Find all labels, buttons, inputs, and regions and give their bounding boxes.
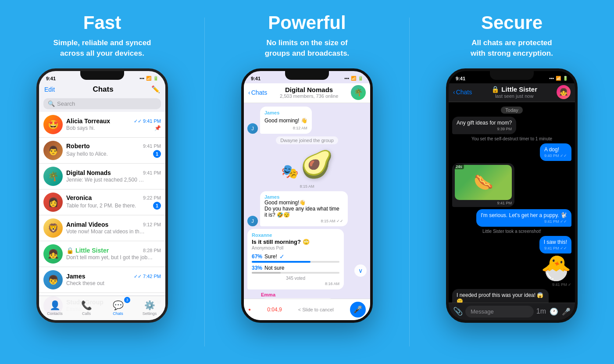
avatar-alicia: 🤩: [43, 115, 63, 134]
msg-time-james-1: 8:12 AM: [264, 125, 307, 131]
signal-icon: ▪▪▪: [139, 76, 144, 81]
poll-option-row-1: 67% Sure! ✓: [252, 253, 339, 260]
chat-item-veronica[interactable]: 👩 Veronica 9:22 PM Table for four, 2 PM.…: [39, 189, 165, 215]
back-button-3[interactable]: ‹ Chats: [453, 89, 472, 96]
attachment-icon[interactable]: 📎: [453, 307, 463, 316]
search-bar[interactable]: 🔍 Search: [43, 98, 161, 109]
chat-preview-veronica: Table for four, 2 PM. Be there.: [66, 203, 136, 209]
tab-settings[interactable]: ⚙️ Settings: [134, 296, 165, 320]
back-chevron-3: ‹: [453, 89, 455, 96]
message-placeholder: Message: [471, 308, 494, 315]
wifi-icon-2: 📶: [351, 76, 356, 81]
phone-fast: 9:41 ▪▪▪ 📶 🔋 Edit Chats ✏️ 🔍 Search 🤩: [36, 68, 168, 323]
chat-time-digital: 9:41 PM: [143, 170, 161, 175]
chat-item-little-sister[interactable]: 👧 🔒 Little Sister 8:28 PM Don't tell mom…: [39, 241, 165, 267]
dark-input-area: 📎 Message 1m 🕐 🎤: [449, 303, 575, 320]
dark-system-2: Little Sister took a screenshot!: [482, 229, 541, 234]
compose-icon[interactable]: ✏️: [151, 85, 160, 93]
settings-icon: ⚙️: [144, 300, 155, 310]
chat-preview-roberto: Say hello to Alice.: [66, 151, 108, 157]
msg-row-james-2: J James Good morning!👋Do you have any id…: [247, 191, 367, 226]
dark-msg-1: Any gift ideas for mom? 9:39 PM: [452, 117, 516, 134]
chat-name-row-james: James ✓✓ 7:42 PM: [66, 273, 161, 280]
chat-info-james: James ✓✓ 7:42 PM Check these out: [66, 273, 161, 286]
chat-item-roberto[interactable]: 👨 Roberto 9:41 PM Say hello to Alice. 1: [39, 138, 165, 164]
signal-icon-2: ▪▪▪: [344, 76, 349, 81]
status-icons-3: ▪▪▪ 📶 🔋: [549, 76, 568, 81]
battery-icon-3: 🔋: [563, 76, 568, 81]
dark-input-icons: 1m 🕐 🎤: [536, 307, 571, 316]
battery-icon-2: 🔋: [358, 76, 363, 81]
avatar-little-sister: 👧: [43, 244, 63, 264]
mic-button[interactable]: 🎤: [350, 302, 366, 318]
fast-subtitle: Simple, reliable and syncedacross all yo…: [54, 38, 151, 59]
dark-messages: Today Any gift ideas for mom? 9:39 PM Yo…: [449, 102, 575, 303]
back-label-3: Chats: [456, 89, 472, 96]
recording-dot: ●: [248, 307, 251, 312]
group-members: 2,503 members, 736 online: [270, 93, 348, 99]
avatar-james: 👦: [43, 270, 63, 289]
timer-icon[interactable]: 1m: [536, 307, 546, 315]
chat-info-little-sister: 🔒 Little Sister 8:28 PM Don't tell mom y…: [66, 247, 161, 261]
phone-powerful: 9:41 ▪▪▪ 📶 🔋 ‹ Chats Digital Nomads 2,50…: [241, 68, 373, 323]
chat-name-row-roberto: Roberto 9:41 PM: [66, 143, 161, 150]
sticker-time: 8:15 AM: [247, 184, 367, 189]
tab-settings-label: Settings: [143, 311, 157, 316]
powerful-title: Powerful: [268, 12, 346, 33]
chat-item-alicia[interactable]: 🤩 Alicia Torreaux ✓✓ 9:41 PM Bob says hi…: [39, 112, 165, 138]
mic-icon[interactable]: 🎤: [562, 307, 571, 316]
poll-pct-2: 33%: [252, 265, 262, 271]
chats-badge: 3: [124, 297, 130, 303]
chat-name-row-animal: Animal Videos 9:12 PM: [66, 221, 161, 228]
edit-button[interactable]: Edit: [44, 86, 55, 93]
chat-item-digital-nomads[interactable]: 🌴 Digital Nomads 9:41 PM Jennie: We just…: [39, 164, 165, 189]
chat-item-animal-videos[interactable]: 🦁 Animal Videos 9:12 PM Vote now! Moar c…: [39, 215, 165, 241]
dark-avatar: 👧: [557, 85, 571, 99]
wifi-icon-3: 📶: [556, 76, 561, 81]
msg-text-james-1: Good morning! 👋: [264, 117, 307, 125]
poll-option-2: 33% Not sure: [252, 265, 339, 274]
pin-icon-alicia: 📌: [154, 125, 161, 131]
group-header: ‹ Chats Digital Nomads 2,503 members, 73…: [244, 83, 370, 103]
dark-message-input[interactable]: Message: [465, 306, 534, 318]
chat-time-animal: 9:12 PM: [143, 222, 161, 227]
date-divider: Today: [501, 107, 522, 114]
chat-name-row-digital: Digital Nomads 9:41 PM: [66, 169, 161, 176]
tab-calls-label: Calls: [82, 311, 91, 316]
poll-bar-bg-2: [252, 272, 339, 274]
tab-contacts[interactable]: 👤 Contacts: [39, 296, 71, 320]
chat-name-little-sister: 🔒 Little Sister: [66, 247, 109, 254]
back-label-2: Chats: [251, 89, 268, 96]
group-name: Digital Nomads: [270, 86, 348, 93]
tab-chats-label: Chats: [113, 311, 123, 316]
chat-preview-little-sister: Don't tell mom yet, but I got the job! I…: [66, 254, 154, 261]
phone-secure: 9:41 ▪▪▪ 📶 🔋 ‹ Chats 🔒 Little Sister las…: [446, 68, 578, 323]
back-button-2[interactable]: ‹ Chats: [248, 89, 267, 96]
clock-icon[interactable]: 🕐: [550, 307, 558, 316]
msg-avatar-james-2: J: [247, 216, 258, 226]
timer-time: 9:41 PM: [455, 201, 512, 205]
dark-msg-4: I saw this! 9:41 PM ✓✓: [539, 236, 571, 253]
status-icons-1: ▪▪▪ 📶 🔋: [139, 76, 158, 81]
main-sticker: 🥑: [300, 149, 333, 180]
fast-column: Fast Simple, reliable and syncedacross a…: [0, 0, 204, 364]
tab-calls[interactable]: 📞 Calls: [71, 296, 102, 320]
scroll-down-button[interactable]: ∨: [354, 264, 367, 277]
chat-item-james[interactable]: 👦 James ✓✓ 7:42 PM Check these out: [39, 267, 165, 293]
back-chevron-2: ‹: [248, 89, 250, 96]
poll-time: 8:16 AM: [252, 282, 339, 286]
chat-name-james: James: [66, 273, 86, 280]
chat-info-roberto: Roberto 9:41 PM Say hello to Alice. 1: [66, 143, 161, 158]
chat-preview-alicia: Bob says hi.: [66, 125, 95, 131]
chats-title: Chats: [93, 85, 113, 94]
tab-chats[interactable]: 💬 Chats 3: [102, 296, 134, 320]
poll-voted: 345 voted: [252, 276, 339, 281]
system-msg-dwayne: Dwayne joined the group: [276, 136, 338, 144]
chat-preview-row-alicia: Bob says hi. 📌: [66, 125, 161, 131]
dark-msg-time-4: 9:41 PM ✓✓: [544, 246, 567, 250]
sender-james-2: James: [264, 194, 343, 200]
dark-msg-3: I'm serious. Let's get her a puppy. 🐩 9:…: [476, 209, 571, 227]
chat-name-row-little-sister: 🔒 Little Sister 8:28 PM: [66, 247, 161, 254]
contacts-icon: 👤: [50, 300, 61, 310]
status-time-3: 9:41: [456, 76, 465, 81]
